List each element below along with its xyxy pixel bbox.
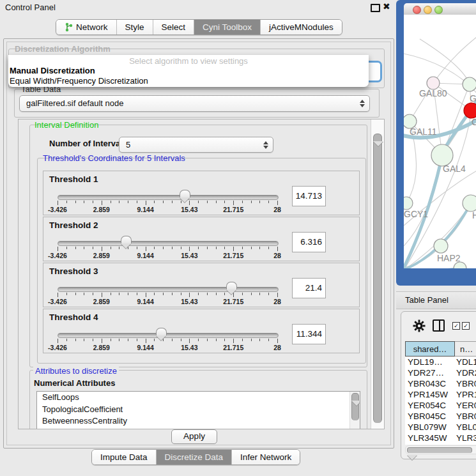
slider-thumb[interactable]: [156, 328, 167, 335]
tab-style[interactable]: Style: [117, 20, 153, 35]
num-intervals-label: Number of Intervals: [47, 139, 129, 148]
threshold-value-field[interactable]: 14.713: [292, 186, 326, 206]
table-row[interactable]: YPR145WYPR1: [405, 389, 476, 400]
horizontal-scrollbar[interactable]: [405, 445, 476, 454]
dropdown-option-manual[interactable]: Manual Discretization: [10, 66, 95, 75]
checkbox-icon-2[interactable]: ✓: [462, 322, 470, 330]
tick-label: -3.426: [48, 298, 67, 305]
vertical-scrollbar-thumb[interactable]: [373, 134, 382, 423]
tick-mark: [224, 247, 225, 249]
table-row[interactable]: YLR345WYLR3: [405, 433, 476, 443]
tick-mark: [66, 201, 67, 203]
tick-mark: [58, 247, 58, 251]
tick-label: 9.144: [137, 344, 153, 351]
num-intervals-combo[interactable]: 5: [119, 137, 273, 153]
tab-network[interactable]: Network: [56, 20, 117, 35]
slider-track[interactable]: [58, 195, 279, 200]
slider-track[interactable]: [58, 287, 279, 292]
tick-mark: [216, 247, 217, 249]
threshold-value-field[interactable]: 6.316: [292, 232, 326, 252]
gear-icon[interactable]: [413, 319, 426, 332]
slider-thumb[interactable]: [226, 282, 237, 289]
tick-label: 9.144: [137, 298, 153, 305]
network-canvas[interactable]: GAL80GACGAL11GAL4GCY1HHAP2: [404, 15, 476, 268]
tick-mark: [233, 339, 234, 343]
tick-mark: [268, 247, 269, 249]
node-label: GAL4: [443, 164, 466, 174]
tick-mark: [128, 293, 128, 295]
tick-mark: [154, 293, 155, 295]
tab-select[interactable]: Select: [153, 20, 195, 35]
node-label: C: [472, 117, 476, 127]
table-row[interactable]: YIL052CYIL0: [405, 443, 476, 445]
tick-mark: [172, 201, 173, 203]
split-columns-icon[interactable]: [433, 319, 445, 332]
zoom-traffic-light[interactable]: [434, 6, 443, 14]
slider-thumb[interactable]: [180, 190, 190, 197]
table-data-combo[interactable]: galFiltered.sif default node: [19, 95, 370, 112]
checkbox-icon-1[interactable]: ✓: [452, 322, 460, 330]
network-window: GAL80GACGAL11GAL4GCY1HHAP2: [396, 0, 476, 286]
attribute-list-item[interactable]: BetweennessCentrality: [37, 415, 360, 427]
network-graph: [404, 15, 476, 268]
float-window-icon[interactable]: [371, 4, 380, 12]
close-traffic-light[interactable]: [413, 6, 421, 14]
table-row[interactable]: YER054CYER0: [405, 400, 476, 411]
node-hap2: [434, 239, 448, 253]
table-row[interactable]: YBR043CYBR0: [405, 378, 476, 389]
tick-label: 28: [273, 298, 281, 305]
tick-mark: [93, 247, 93, 249]
node-label: HAP2: [437, 253, 461, 263]
tab-impute-data[interactable]: Impute Data: [92, 450, 157, 464]
threshold-value-field[interactable]: 21.4: [292, 278, 326, 298]
slider-track[interactable]: [58, 333, 279, 338]
cell-name: YIL0: [456, 443, 474, 445]
vertical-scrollbar[interactable]: [371, 119, 384, 429]
slider-thumb[interactable]: [121, 236, 132, 243]
attributes-scrollbar-thumb[interactable]: [351, 393, 359, 420]
table-row[interactable]: YBR045CYBR0: [405, 411, 476, 422]
tick-mark: [189, 247, 190, 251]
tick-mark: [111, 201, 111, 203]
numerical-attributes-list[interactable]: SelfLoopsTopologicalCoefficientBetweenne…: [36, 391, 360, 429]
column-header-name[interactable]: n…: [455, 341, 476, 357]
tick-mark: [233, 201, 234, 205]
tick-mark: [172, 293, 173, 295]
algorithm-dropdown-popup: Select algorithm to view settings Manual…: [8, 55, 369, 87]
attribute-list-item[interactable]: TopologicalCoefficient: [37, 404, 360, 416]
network-window-titlebar[interactable]: [404, 3, 476, 15]
tick-mark: [93, 201, 93, 203]
slider-track[interactable]: [58, 241, 279, 246]
table-row[interactable]: YBL079WYBL0: [405, 422, 476, 433]
dropdown-option-equal-width[interactable]: Equal Width/Frequency Discretization: [10, 76, 148, 86]
cell-shared-name: YBR045C: [405, 411, 456, 422]
attribute-list-item[interactable]: SelfLoops: [37, 392, 360, 404]
tab-discretize-data-label: Discretize Data: [165, 452, 224, 462]
panel-title: Control Panel: [5, 3, 56, 12]
tick-mark: [102, 293, 102, 297]
tab-cyni-toolbox[interactable]: Cyni Toolbox: [194, 20, 261, 35]
table-rows[interactable]: YDL19…YDL1YDR27…YDR2YBR043CYBR0YPR145WYP…: [405, 357, 476, 445]
threshold-box: Threshold 4 -3.4262.8599.14415.4321.7152…: [43, 309, 360, 353]
top-tab-strip: Network Style Select Cyni Toolbox jActiv…: [56, 19, 342, 35]
tick-mark: [233, 247, 234, 251]
close-icon[interactable]: ✖: [383, 1, 390, 12]
tick-mark: [146, 201, 146, 205]
minimize-traffic-light[interactable]: [424, 6, 432, 14]
tick-mark: [198, 293, 199, 295]
tab-jactivemnodules[interactable]: jActiveMNodules: [261, 20, 342, 35]
horizontal-scrollbar-thumb[interactable]: [407, 447, 472, 453]
column-header-shared[interactable]: shared…: [405, 341, 455, 357]
tab-discretize-data[interactable]: Discretize Data: [157, 450, 233, 464]
tick-mark: [172, 339, 173, 341]
tab-infer-network[interactable]: Infer Network: [232, 450, 300, 464]
tick-mark: [154, 201, 155, 203]
table-row[interactable]: YDR27…YDR2: [405, 367, 476, 378]
tick-mark: [216, 293, 217, 295]
slider-ticks: -3.4262.8599.14415.4321.71528: [58, 201, 277, 212]
table-row[interactable]: YDL19…YDL1: [405, 357, 476, 367]
apply-button[interactable]: Apply: [171, 429, 217, 444]
attributes-scrollbar[interactable]: [349, 392, 360, 429]
threshold-value-field[interactable]: 11.344: [292, 324, 326, 344]
tick-label: 2.859: [93, 298, 110, 305]
